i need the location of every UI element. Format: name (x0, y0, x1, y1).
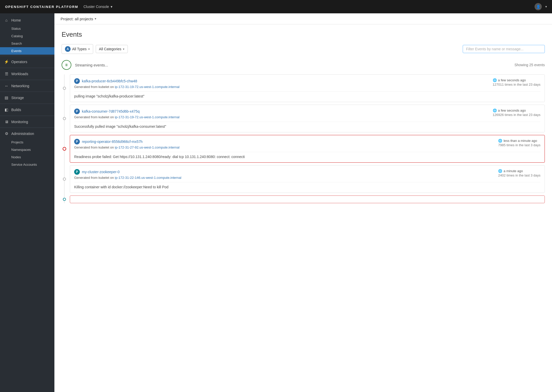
cluster-console-dropdown[interactable]: Cluster Console ▾ (83, 5, 112, 9)
sidebar-item-monitoring[interactable]: 🖥 Monitoring (0, 117, 54, 126)
sidebar-item-networking[interactable]: ↔ Networking (0, 81, 54, 91)
event-host-link-4[interactable]: ip-172-31-22-146.us-west-1.compute.inter… (115, 176, 181, 180)
top-nav-right: 👤 ▾ (535, 3, 547, 10)
sidebar-sub-item-search[interactable]: Search (0, 40, 54, 47)
sidebar-section-home: ⌂ Home Status Catalog Search Events (0, 15, 54, 55)
all-types-chevron-icon: ▾ (88, 47, 90, 51)
event-card-header-2: P kafka-consumer-7d87745d6b-x475q Genera… (74, 109, 540, 119)
pause-stream-button[interactable]: ⏸ (62, 60, 71, 70)
event-type-badge-4: P (74, 169, 80, 175)
event-host-link-3[interactable]: ip-172-31-27-92.us-west-1.compute.intern… (115, 145, 179, 149)
sidebar-item-storage[interactable]: ▤ Storage (0, 93, 54, 103)
globe-icon-4: 🌐 (498, 169, 502, 173)
filter-search-input[interactable] (463, 45, 545, 53)
event-count-3: 7985 times in the last 3 days (498, 143, 540, 147)
top-nav-left: OPENSHIFT CONTAINER PLATFORM Cluster Con… (5, 5, 112, 9)
sidebar-sub-item-namespaces[interactable]: Namespaces (0, 146, 54, 153)
brand-logo: OPENSHIFT CONTAINER PLATFORM (5, 5, 78, 9)
sidebar-item-builds[interactable]: ◧ Builds (0, 105, 54, 115)
showing-count: Showing 25 events (515, 63, 545, 67)
top-nav: OPENSHIFT CONTAINER PLATFORM Cluster Con… (0, 0, 552, 13)
event-count-4: 2402 times in the last 3 days (498, 173, 540, 177)
brand: OPENSHIFT CONTAINER PLATFORM (5, 5, 78, 9)
event-host-link-2[interactable]: ip-172-31-19-72.us-west-1.compute.intern… (115, 115, 179, 119)
sidebar-item-home[interactable]: ⌂ Home (0, 15, 54, 25)
sidebar-item-operators[interactable]: ⚡ Operators (0, 57, 54, 67)
event-source-prefix-3: Generated from kubelet on (74, 145, 114, 149)
sidebar-item-workloads-label: Workloads (11, 72, 28, 76)
table-row: P my-cluster-zookeeper-0 Generated from … (67, 165, 545, 193)
project-selector-dropdown[interactable]: all projects ▾ (75, 17, 96, 21)
stream-header: ⏸ Streaming events... Showing 25 events (62, 60, 545, 70)
sidebar-sub-item-service-accounts[interactable]: Service Accounts (0, 161, 54, 168)
event-card-header-1: P kafka-producer-6cb449bfc5-chw48 Genera… (74, 78, 540, 89)
sidebar-item-administration-label: Administration (11, 132, 34, 136)
event-meta-4: Generated from kubelet on ip-172-31-22-1… (74, 176, 181, 180)
event-source-prefix-2: Generated from kubelet on (74, 115, 114, 119)
event-time-3: 🌐 less than a minute ago (498, 139, 540, 143)
event-name-link-2[interactable]: kafka-consumer-7d87745d6b-x475q (82, 109, 140, 113)
table-row (67, 195, 545, 203)
sidebar-item-home-label: Home (11, 18, 21, 22)
all-types-dropdown[interactable]: A All Types ▾ (62, 44, 93, 54)
event-type-badge-3: P (74, 139, 80, 144)
sidebar-sub-item-nodes[interactable]: Nodes (0, 153, 54, 161)
event-name-row-inner-2: P kafka-consumer-7d87745d6b-x475q (74, 109, 179, 114)
all-categories-chevron-icon: ▾ (123, 47, 124, 51)
event-card-2: P kafka-consumer-7d87745d6b-x475q Genera… (70, 105, 545, 132)
event-message-3: Readiness probe failed: Get https://10.1… (74, 152, 540, 159)
event-name-row-3: P reporting-operator-8556d966cf-mx57h Ge… (74, 139, 179, 149)
sidebar-sub-item-catalog[interactable]: Catalog (0, 32, 54, 40)
sidebar-section-administration: ⚙ Administration Projects Namespaces Nod… (0, 129, 54, 168)
sidebar-item-monitoring-label: Monitoring (11, 120, 28, 124)
sidebar-divider-6 (0, 116, 54, 116)
pause-icon: ⏸ (65, 63, 68, 67)
project-chevron-icon: ▾ (95, 17, 96, 21)
event-meta-2: Generated from kubelet on ip-172-31-19-7… (74, 115, 179, 119)
all-categories-dropdown[interactable]: All Categories ▾ (96, 45, 128, 53)
timeline-dot-1 (63, 87, 66, 90)
event-name-link-1[interactable]: kafka-producer-6cb449bfc5-chw48 (82, 79, 137, 83)
user-chevron-icon[interactable]: ▾ (545, 5, 547, 8)
sidebar: ⌂ Home Status Catalog Search Events ⚡ Op… (0, 13, 54, 392)
timeline-line (64, 74, 64, 203)
sidebar-sub-item-events[interactable]: Events (0, 47, 54, 55)
table-row: P reporting-operator-8556d966cf-mx57h Ge… (67, 135, 545, 163)
sidebar-item-operators-label: Operators (11, 60, 27, 64)
timeline-dot-5 (63, 198, 66, 201)
timeline-dot-2 (63, 117, 66, 120)
main-content-area: Project: all projects ▾ Events A All Typ… (54, 13, 552, 392)
sidebar-sub-item-projects[interactable]: Projects (0, 139, 54, 146)
event-meta-3: Generated from kubelet on ip-172-31-27-9… (74, 145, 179, 149)
sidebar-item-networking-label: Networking (11, 84, 29, 88)
event-name-link-3[interactable]: reporting-operator-8556d966cf-mx57h (82, 140, 143, 144)
event-time-value-1: a few seconds ago (498, 78, 526, 82)
sidebar-nav: ⌂ Home Status Catalog Search Events ⚡ Op… (0, 13, 54, 171)
all-types-label: All Types (72, 47, 87, 51)
builds-icon: ◧ (4, 107, 9, 112)
event-name-row-1: P kafka-producer-6cb449bfc5-chw48 Genera… (74, 78, 179, 89)
table-row: P kafka-consumer-7d87745d6b-x475q Genera… (67, 105, 545, 132)
event-card-header-4: P my-cluster-zookeeper-0 Generated from … (74, 169, 540, 180)
type-badge: A (65, 46, 71, 52)
sidebar-item-administration[interactable]: ⚙ Administration (0, 129, 54, 139)
event-card-1: P kafka-producer-6cb449bfc5-chw48 Genera… (70, 74, 545, 102)
event-count-2: 126926 times in the last 23 days (493, 113, 540, 117)
event-card-5 (70, 195, 545, 203)
workloads-icon: ☰ (4, 72, 9, 76)
event-time-value-3: less than a minute ago (503, 139, 537, 143)
sidebar-item-workloads[interactable]: ☰ Workloads (0, 69, 54, 79)
cluster-console-chevron: ▾ (111, 5, 112, 9)
sidebar-divider-3 (0, 80, 54, 80)
page-content: Events A All Types ▾ All Categories ▾ ⏸ (54, 24, 552, 392)
event-name-link-4[interactable]: my-cluster-zookeeper-0 (82, 170, 120, 174)
event-time-value-2: a few seconds ago (498, 109, 526, 112)
sidebar-sub-item-status[interactable]: Status (0, 25, 54, 32)
project-name: all projects (75, 17, 93, 21)
user-avatar[interactable]: 👤 (535, 3, 542, 10)
event-time-col-1: 🌐 a few seconds ago 127011 times in the … (493, 78, 540, 86)
event-host-link-1[interactable]: ip-172-31-19-72.us-west-1.compute.intern… (115, 85, 179, 89)
event-name-row-inner-3: P reporting-operator-8556d966cf-mx57h (74, 139, 179, 144)
main-layout: ⌂ Home Status Catalog Search Events ⚡ Op… (0, 13, 552, 392)
filter-bar: A All Types ▾ All Categories ▾ (62, 44, 545, 54)
